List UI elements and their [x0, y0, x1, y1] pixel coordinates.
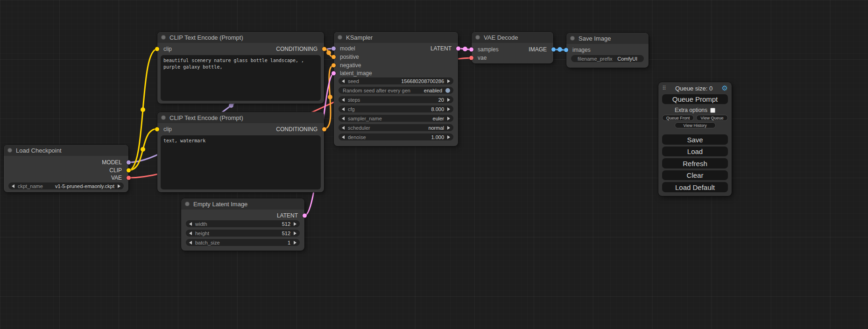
- collapse-dot-icon[interactable]: [161, 115, 166, 120]
- node-title-bar[interactable]: CLIP Text Encode (Prompt): [157, 112, 324, 123]
- node-save-image[interactable]: Save Image images filename_prefix ComfyU…: [566, 33, 649, 68]
- slot-row: clip CONDITIONING: [157, 125, 324, 133]
- refresh-button[interactable]: Refresh: [662, 158, 728, 168]
- node-title-bar[interactable]: KSampler: [334, 32, 458, 43]
- collapse-dot-icon[interactable]: [475, 35, 480, 40]
- settings-gear-icon[interactable]: ⚙: [722, 85, 728, 91]
- node-empty-latent-image[interactable]: Empty Latent Image LATENT width 512 heig…: [181, 198, 304, 251]
- slot-label: CONDITIONING: [276, 46, 318, 52]
- node-ksampler[interactable]: KSampler model LATENT positive negative …: [334, 32, 458, 146]
- right-arrow-icon[interactable]: [447, 126, 450, 130]
- node-title-bar[interactable]: Empty Latent Image: [181, 198, 304, 210]
- steps-widget[interactable]: steps 20: [339, 96, 453, 103]
- widget-name: seed: [348, 78, 359, 84]
- extra-options-checkbox[interactable]: [710, 108, 715, 113]
- load-default-button[interactable]: Load Default: [662, 182, 728, 192]
- batch-size-widget[interactable]: batch_size 1: [186, 239, 300, 246]
- sampler-name-widget[interactable]: sampler_name euler: [339, 115, 453, 122]
- output-dot-clip[interactable]: [127, 168, 131, 173]
- input-dot-images[interactable]: [564, 48, 568, 52]
- denoise-widget[interactable]: denoise 1.000: [339, 133, 453, 140]
- clear-button[interactable]: Clear: [662, 170, 728, 181]
- node-clip-text-encode-negative[interactable]: CLIP Text Encode (Prompt) clip CONDITION…: [157, 112, 324, 192]
- node-clip-text-encode-positive[interactable]: CLIP Text Encode (Prompt) clip CONDITION…: [157, 32, 324, 104]
- left-arrow-icon[interactable]: [342, 79, 345, 83]
- left-arrow-icon[interactable]: [342, 135, 345, 139]
- output-dot-latent[interactable]: [303, 214, 307, 218]
- collapse-dot-icon[interactable]: [185, 202, 190, 206]
- right-arrow-icon[interactable]: [118, 184, 120, 188]
- right-arrow-icon[interactable]: [294, 222, 296, 226]
- left-arrow-icon[interactable]: [12, 184, 14, 188]
- toggle-knob-icon[interactable]: [445, 88, 450, 93]
- right-arrow-icon[interactable]: [447, 107, 450, 111]
- node-graph-canvas[interactable]: Load Checkpoint MODEL CLIP VAE ckpt_name…: [0, 0, 868, 329]
- left-arrow-icon[interactable]: [342, 107, 345, 111]
- output-dot-vae[interactable]: [127, 176, 131, 180]
- width-widget[interactable]: width 512: [186, 220, 300, 227]
- height-widget[interactable]: height 512: [186, 230, 300, 237]
- input-dot-clip[interactable]: [155, 127, 159, 132]
- output-dot-model[interactable]: [127, 161, 131, 165]
- scheduler-widget[interactable]: scheduler normal: [339, 124, 453, 131]
- slot-label: CLIP: [109, 167, 122, 174]
- node-title: CLIP Text Encode (Prompt): [169, 34, 243, 41]
- right-arrow-icon[interactable]: [447, 117, 450, 120]
- left-arrow-icon[interactable]: [342, 98, 345, 102]
- save-button[interactable]: Save: [662, 134, 728, 145]
- output-dot-conditioning[interactable]: [322, 127, 326, 132]
- queue-front-button[interactable]: Queue Front: [662, 115, 694, 121]
- seed-widget[interactable]: seed 156680208700286: [339, 77, 453, 84]
- view-history-button[interactable]: View History: [675, 122, 716, 128]
- output-dot-conditioning[interactable]: [322, 47, 326, 51]
- ckpt-name-widget[interactable]: ckpt_name v1-5-pruned-emaonly.ckpt: [8, 182, 124, 189]
- queue-prompt-button[interactable]: Queue Prompt: [662, 94, 728, 105]
- node-load-checkpoint[interactable]: Load Checkpoint MODEL CLIP VAE ckpt_name…: [4, 145, 128, 192]
- input-dot-clip[interactable]: [155, 47, 159, 51]
- node-vae-decode[interactable]: VAE Decode samples IMAGE vae: [472, 32, 553, 63]
- collapse-dot-icon[interactable]: [7, 148, 12, 153]
- left-arrow-icon[interactable]: [342, 126, 345, 130]
- node-title: CLIP Text Encode (Prompt): [169, 114, 243, 121]
- negative-prompt-textarea[interactable]: text, watermark: [161, 135, 321, 189]
- left-arrow-icon[interactable]: [342, 117, 345, 120]
- output-dot-image[interactable]: [551, 48, 556, 52]
- input-dot-negative[interactable]: [332, 63, 336, 68]
- left-arrow-icon[interactable]: [189, 231, 192, 235]
- widget-name: sampler_name: [348, 116, 382, 121]
- right-arrow-icon[interactable]: [447, 79, 450, 83]
- input-dot-latent-image[interactable]: [332, 71, 336, 76]
- slot-label: VAE: [111, 175, 122, 181]
- slot-label: vae: [478, 55, 487, 61]
- left-arrow-icon[interactable]: [189, 241, 192, 245]
- right-arrow-icon[interactable]: [294, 231, 296, 235]
- left-arrow-icon[interactable]: [189, 222, 192, 226]
- collapse-dot-icon[interactable]: [570, 36, 575, 41]
- node-title-bar[interactable]: VAE Decode: [472, 32, 553, 43]
- filename-prefix-widget[interactable]: filename_prefix ComfyUI: [571, 55, 644, 62]
- node-title: KSampler: [346, 34, 373, 41]
- right-arrow-icon[interactable]: [294, 241, 296, 245]
- input-dot-positive[interactable]: [332, 55, 336, 59]
- drag-handle-icon[interactable]: ⠿: [662, 85, 666, 91]
- input-dot-samples[interactable]: [469, 48, 473, 52]
- view-queue-button[interactable]: View Queue: [696, 115, 728, 121]
- load-button[interactable]: Load: [662, 147, 728, 157]
- right-arrow-icon[interactable]: [447, 135, 450, 139]
- cfg-widget[interactable]: cfg 8.000: [339, 105, 453, 112]
- wire-midpoint-dot: [141, 147, 145, 152]
- collapse-dot-icon[interactable]: [161, 35, 166, 40]
- node-title-bar[interactable]: Save Image: [566, 33, 649, 44]
- random-seed-toggle-widget[interactable]: Random seed after every gen enabled: [339, 87, 453, 94]
- node-title-bar[interactable]: CLIP Text Encode (Prompt): [157, 32, 324, 43]
- right-arrow-icon[interactable]: [447, 98, 450, 102]
- collapse-dot-icon[interactable]: [338, 35, 342, 40]
- input-dot-vae[interactable]: [469, 56, 473, 60]
- input-dot-model[interactable]: [332, 47, 336, 51]
- widget-name: height: [195, 231, 209, 236]
- output-dot-latent[interactable]: [456, 47, 460, 51]
- wire-midpoint-dot: [141, 107, 145, 112]
- positive-prompt-textarea[interactable]: beautiful scenery nature glass bottle la…: [161, 55, 321, 101]
- node-title-bar[interactable]: Load Checkpoint: [4, 145, 128, 156]
- widget-value: euler: [433, 116, 444, 121]
